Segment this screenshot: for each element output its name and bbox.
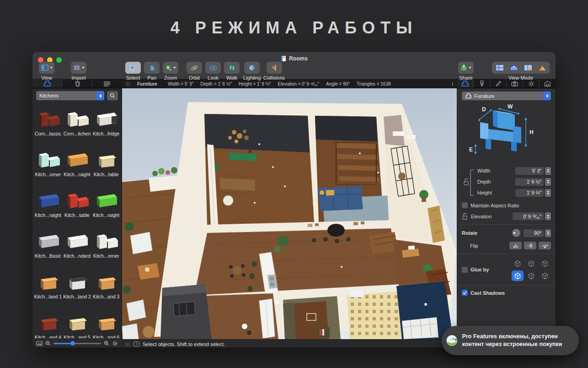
flip-3d-button[interactable] bbox=[539, 242, 551, 249]
glue-floor-button[interactable] bbox=[512, 271, 524, 281]
zoom-window-button[interactable] bbox=[56, 57, 62, 63]
tab-project-tree[interactable] bbox=[92, 79, 122, 88]
library-item[interactable]: Kitch...ndard bbox=[63, 227, 92, 268]
library-thumbnail bbox=[93, 229, 119, 251]
floor-plan-3d-view[interactable] bbox=[122, 88, 457, 339]
depth-field[interactable]: 1' 6 ½" bbox=[515, 178, 544, 186]
library-item[interactable]: Kitch...Basic bbox=[33, 227, 63, 268]
flip-vertical-button[interactable] bbox=[524, 242, 536, 249]
elevation-field[interactable]: 0' 9 ¹³⁄₁₆" bbox=[513, 212, 544, 220]
tab-materials[interactable] bbox=[474, 79, 490, 88]
thumbnail-size-slider[interactable] bbox=[53, 343, 101, 344]
elevation-stepper[interactable] bbox=[545, 212, 551, 220]
import-control: Import bbox=[71, 62, 86, 81]
library-item[interactable]: Kitch...table bbox=[91, 146, 121, 186]
chevron-down-icon bbox=[173, 67, 176, 69]
library-item[interactable]: Kitch...fridge bbox=[91, 105, 121, 146]
info-angle: Angle = 90° bbox=[326, 81, 350, 87]
library-item-label: Kitch...ndard bbox=[64, 253, 91, 259]
library-item[interactable]: Kitch...land 1 bbox=[33, 268, 63, 308]
view-mode-2d-button[interactable] bbox=[493, 63, 506, 73]
orbit-icon bbox=[191, 65, 198, 71]
height-stepper[interactable] bbox=[545, 189, 551, 197]
glue-top-left-button[interactable] bbox=[512, 258, 524, 269]
height-field[interactable]: 1' 9 ¼" bbox=[515, 189, 544, 197]
help-icon[interactable]: ? bbox=[134, 341, 139, 346]
look-button[interactable] bbox=[205, 62, 221, 74]
orbit-button[interactable] bbox=[187, 62, 202, 74]
view-mode-elevation-button[interactable] bbox=[507, 63, 520, 73]
width-stepper[interactable] bbox=[545, 167, 551, 175]
select-button[interactable] bbox=[125, 62, 141, 74]
rotate-stepper[interactable] bbox=[545, 229, 551, 237]
library-item[interactable]: Kitch...raight bbox=[91, 186, 121, 227]
lock-open-icon[interactable] bbox=[462, 213, 468, 220]
chevron-down-icon bbox=[50, 67, 53, 69]
library-item[interactable]: Kitch...orner bbox=[33, 146, 63, 186]
library-item[interactable]: Kitch...and 6 bbox=[91, 308, 121, 338]
depth-stepper[interactable] bbox=[545, 178, 551, 186]
library-item[interactable]: Kitch...table bbox=[63, 186, 92, 227]
view-mode-split-button[interactable] bbox=[521, 63, 535, 73]
library-thumbnail bbox=[93, 270, 119, 292]
lighting-tool: Lighting bbox=[243, 62, 261, 81]
library-item[interactable]: Corn...itchen bbox=[63, 105, 92, 146]
zoom-out-icon[interactable] bbox=[45, 341, 51, 346]
library-item[interactable]: Kitch...land 2 bbox=[63, 268, 92, 308]
main-view: ||| Furniture Width = 5' 3" Depth = 1' 6… bbox=[122, 79, 457, 348]
rotate-knob[interactable] bbox=[512, 229, 520, 237]
import-button[interactable] bbox=[71, 62, 86, 74]
cast-shadows-label: Cast Shadows bbox=[470, 290, 505, 296]
maintain-aspect-label: Maintain Aspect Ratio bbox=[470, 203, 519, 208]
view-mode-3d-button[interactable] bbox=[535, 63, 549, 73]
library-item[interactable]: Kitch...raight bbox=[33, 186, 63, 227]
collisions-tool: Collisions bbox=[263, 62, 285, 81]
object-type-dropdown[interactable]: Furniture bbox=[462, 92, 551, 100]
eye-icon bbox=[209, 65, 217, 71]
lock-bracket-icon[interactable] bbox=[463, 165, 475, 200]
share-button[interactable] bbox=[458, 62, 474, 74]
library-item[interactable]: Kitch...raight bbox=[63, 146, 92, 186]
info-height: Height = 1' 9 ¼" bbox=[239, 81, 271, 87]
view-icon bbox=[41, 65, 48, 71]
library-item-label: Kitch...Basic bbox=[35, 253, 61, 259]
lighting-button[interactable] bbox=[244, 62, 260, 74]
walk-button[interactable] bbox=[224, 62, 240, 74]
search-button[interactable] bbox=[107, 91, 118, 100]
library-item[interactable]: Kitch...and 5 bbox=[63, 308, 92, 338]
inspector-body: Furniture bbox=[457, 88, 556, 348]
image-icon[interactable] bbox=[36, 341, 43, 346]
maintain-aspect-checkbox[interactable] bbox=[462, 202, 468, 208]
drag-handle-icon[interactable]: ||| bbox=[126, 342, 130, 346]
width-field[interactable]: 5' 3" bbox=[515, 167, 544, 175]
zoom-button[interactable] bbox=[163, 62, 178, 74]
library-item[interactable]: Kitch...and 4 bbox=[33, 308, 63, 338]
library-thumbnail bbox=[93, 107, 119, 129]
cast-shadows-checkbox[interactable] bbox=[462, 290, 468, 296]
view-button[interactable] bbox=[39, 62, 54, 74]
library-thumbnail bbox=[64, 107, 90, 129]
info-icon[interactable]: i bbox=[452, 81, 453, 87]
search-icon bbox=[110, 93, 115, 98]
collisions-button[interactable] bbox=[267, 62, 282, 74]
glue-ceiling-button[interactable] bbox=[539, 271, 551, 281]
zoom-in-icon[interactable] bbox=[104, 341, 109, 346]
pan-button[interactable] bbox=[144, 62, 160, 74]
slider-thumb[interactable] bbox=[70, 341, 75, 346]
glue-wall-button[interactable] bbox=[525, 271, 537, 281]
gear-icon[interactable] bbox=[112, 341, 118, 346]
category-dropdown[interactable]: Kitchens bbox=[36, 91, 104, 100]
window-title: Rooms bbox=[32, 55, 556, 62]
flip-horizontal-button[interactable] bbox=[509, 242, 522, 249]
glue-top-right-button[interactable] bbox=[539, 258, 551, 269]
library-item[interactable]: Kitch...orner bbox=[91, 227, 121, 268]
pro-features-notification[interactable]: Pro Features включены, доступен контент … bbox=[442, 326, 579, 355]
library-item[interactable]: Kitch...and 3 bbox=[91, 268, 121, 308]
library-item-label: Kitch...and 4 bbox=[35, 335, 61, 338]
library-item[interactable]: Corn...lassic bbox=[33, 105, 63, 146]
flip-vertical-icon bbox=[527, 243, 533, 249]
glue-top-center-button[interactable] bbox=[525, 258, 537, 269]
glue-by-checkbox[interactable] bbox=[462, 267, 468, 273]
drag-handle-icon[interactable]: ||| bbox=[126, 81, 130, 86]
rotate-field[interactable]: 90° bbox=[524, 229, 544, 237]
